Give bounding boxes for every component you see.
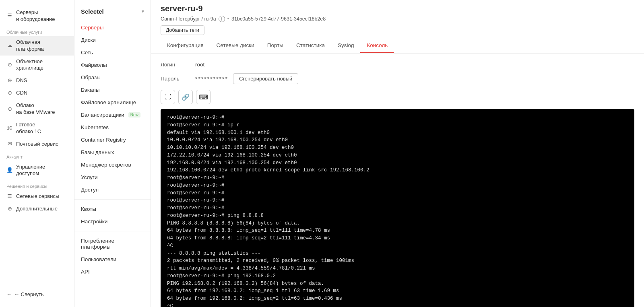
password-field: *********** Сгенерировать новый xyxy=(195,73,298,84)
sidebar-item-dns[interactable]: ⊕ DNS xyxy=(0,74,74,87)
menu-item-file-storage[interactable]: Файловое хранилище xyxy=(74,96,151,109)
sidebar-item-access-mgmt[interactable]: 👤 Управлениедоступом xyxy=(0,161,74,180)
cdn-icon: ⊙ xyxy=(6,90,13,97)
fullscreen-button[interactable]: ⛶ xyxy=(161,90,175,104)
storage-icon: ⊙ xyxy=(6,62,13,68)
sidebar-left: ☰ Серверыи оборудование Облачные услуги … xyxy=(0,0,74,307)
keyboard-button[interactable]: ⌨ xyxy=(196,90,211,104)
user-icon: 👤 xyxy=(6,167,13,173)
mail-icon: ✉ xyxy=(6,141,13,147)
network-icon: ☰ xyxy=(6,194,13,200)
server-title: server-ru-9 xyxy=(161,4,203,13)
sidebar-item-additional[interactable]: ⊕ Дополнительные xyxy=(0,203,74,215)
add-tags-button[interactable]: Добавить теги xyxy=(161,25,204,35)
console-controls: ⛶ 🔗 ⌨ xyxy=(161,90,634,104)
sidebar-item-vmware[interactable]: ⊙ Облакона базе VMware xyxy=(0,99,74,119)
sidebar-second: Selectel ▾ Серверы Диски Сеть Файрволы О… xyxy=(74,0,151,307)
menu-item-users[interactable]: Пользователи xyxy=(74,253,151,266)
menu-item-access[interactable]: Доступ xyxy=(74,183,151,196)
sidebar-item-cdn[interactable]: ⊙ CDN xyxy=(0,87,74,99)
sidebar-item-mail[interactable]: ✉ Почтовый сервис xyxy=(0,138,74,150)
link-button[interactable]: 🔗 xyxy=(178,90,193,104)
server-icon: ☰ xyxy=(6,13,13,19)
menu-item-databases[interactable]: Базы данных xyxy=(74,146,151,159)
menu-item-network[interactable]: Сеть xyxy=(74,46,151,59)
menu-item-services[interactable]: Услуги xyxy=(74,171,151,183)
collapse-button[interactable]: ← ← Свернуть xyxy=(0,288,74,301)
server-uuid: 31bc0a55-5729-4d77-9631-345ecf18b2e8 xyxy=(231,16,326,22)
menu-item-quotas[interactable]: Квоты xyxy=(74,203,151,215)
1c-icon: 1С xyxy=(6,125,13,132)
breadcrumb-text: Санкт-Петербург / ru-9a xyxy=(161,16,216,22)
password-label: Пароль xyxy=(161,76,189,82)
link-icon: 🔗 xyxy=(182,93,190,101)
menu-item-secrets[interactable]: Менеджер секретов xyxy=(74,159,151,171)
dns-icon: ⊕ xyxy=(6,78,13,84)
sidebar-item-1c[interactable]: 1С Готовоеоблако 1С xyxy=(0,119,74,138)
login-row: Логин root xyxy=(161,62,634,68)
sidebar-item-servers-hardware[interactable]: ☰ Серверыи оборудование xyxy=(0,6,74,26)
vmware-icon: ⊙ xyxy=(6,106,13,112)
info-icon[interactable]: i xyxy=(219,16,225,22)
main-content: server-ru-9 Санкт-Петербург / ru-9a i • … xyxy=(151,0,644,307)
tabs: Конфигурация Сетевые диски Порты Статист… xyxy=(161,39,634,53)
top-bar: server-ru-9 Санкт-Петербург / ru-9a i • … xyxy=(151,0,644,54)
generate-password-button[interactable]: Сгенерировать новый xyxy=(233,73,298,84)
account-label: Аккаунт xyxy=(0,150,74,161)
solutions-label: Решения и сервисы xyxy=(0,180,74,190)
menu-item-api[interactable]: API xyxy=(74,266,151,278)
new-badge: New xyxy=(128,112,140,117)
tab-ports[interactable]: Порты xyxy=(261,39,290,53)
sidebar-item-cloud-platform[interactable]: ☁ Облачнаяплатформа xyxy=(0,36,74,56)
breadcrumb: Санкт-Петербург / ru-9a i • 31bc0a55-572… xyxy=(161,16,634,22)
login-label: Логин xyxy=(161,62,189,68)
menu-item-backups[interactable]: Бэкапы xyxy=(74,84,151,96)
menu-item-settings[interactable]: Настройки xyxy=(74,215,151,228)
tab-stats[interactable]: Статистика xyxy=(290,39,331,53)
keyboard-icon: ⌨ xyxy=(199,93,208,101)
login-value: root xyxy=(195,62,204,68)
password-value: *********** xyxy=(195,76,228,82)
password-row: Пароль *********** Сгенерировать новый xyxy=(161,73,634,84)
menu-item-servers[interactable]: Серверы xyxy=(74,21,151,34)
menu-item-images[interactable]: Образы xyxy=(74,71,151,84)
menu-item-disks[interactable]: Диски xyxy=(74,34,151,46)
terminal[interactable]: root@server-ru-9:~# root@server-ru-9:~# … xyxy=(161,109,634,307)
divider-2 xyxy=(74,231,151,231)
fullscreen-icon: ⛶ xyxy=(165,93,171,101)
menu-item-container-registry[interactable]: Container Registry xyxy=(74,134,151,146)
tab-network-disks[interactable]: Сетевые диски xyxy=(210,39,261,53)
tab-config[interactable]: Конфигурация xyxy=(161,39,210,53)
chevron-down-icon: ▾ xyxy=(142,9,144,14)
menu-item-firewalls[interactable]: Файрволы xyxy=(74,59,151,71)
menu-item-balancers[interactable]: Балансировщики New xyxy=(74,109,151,121)
collapse-arrow-icon: ← xyxy=(6,291,12,297)
additional-icon: ⊕ xyxy=(6,206,13,212)
console-area: Логин root Пароль *********** Сгенериров… xyxy=(151,54,644,307)
sidebar-item-object-storage[interactable]: ⊙ Объектноехранилище xyxy=(0,56,74,75)
cloud-services-label: Облачные услуги xyxy=(0,26,74,36)
cloud-icon: ☁ xyxy=(6,43,13,49)
divider-1 xyxy=(74,199,151,200)
menu-item-kubernetes[interactable]: Kubernetes xyxy=(74,121,151,134)
tab-syslog[interactable]: Syslog xyxy=(331,39,361,53)
tab-console[interactable]: Консоль xyxy=(360,39,394,53)
brand-header[interactable]: Selectel ▾ xyxy=(74,5,151,21)
menu-item-platform-usage[interactable]: Потреблениеплатформы xyxy=(74,235,151,253)
sidebar-item-network-services[interactable]: ☰ Сетевые сервисы xyxy=(0,190,74,203)
brand-name: Selectel xyxy=(81,8,104,15)
